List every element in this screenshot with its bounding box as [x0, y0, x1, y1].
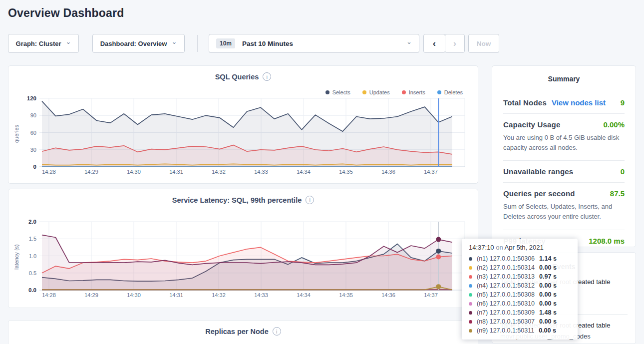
info-icon[interactable]: i: [263, 72, 271, 81]
svg-text:14:36: 14:36: [381, 292, 395, 298]
tooltip-row: (n2) 127.0.0.1:503140.00 s: [469, 263, 571, 272]
svg-text:14:33: 14:33: [254, 169, 268, 175]
svg-text:14:34: 14:34: [297, 169, 311, 175]
svg-text:14:35: 14:35: [339, 292, 353, 298]
chevron-left-icon: ‹: [433, 38, 436, 49]
capacity-value: 0.00%: [603, 120, 625, 129]
svg-text:0.5: 0.5: [29, 270, 36, 276]
sql-queries-chart[interactable]: 14:2814:2914:3014:3114:3214:3314:3414:35…: [16, 92, 471, 178]
svg-text:2.0: 2.0: [28, 219, 36, 225]
summary-row-total-nodes: Total Nodes View nodes list 9: [503, 92, 625, 114]
svg-text:14:32: 14:32: [212, 169, 226, 175]
chevron-down-icon: ⌄: [406, 40, 412, 44]
tooltip-row: (n5) 127.0.0.1:503080.00 s: [469, 290, 571, 299]
info-icon[interactable]: i: [273, 327, 281, 336]
node-dot-icon: [469, 284, 472, 288]
node-dot-icon: [469, 293, 472, 297]
tooltip-timestamp: 14:37:10 on Apr 5th, 2021: [469, 244, 571, 251]
svg-text:14:36: 14:36: [381, 169, 395, 175]
svg-text:14:29: 14:29: [84, 292, 98, 298]
p99-latency-value: 1208.0 ms: [589, 237, 625, 245]
tooltip-row: (n8) 127.0.0.1:503070.00 s: [469, 317, 571, 326]
replicas-per-node-panel: Replicas per Node i: [8, 320, 478, 344]
svg-text:14:37: 14:37: [424, 292, 438, 298]
time-range-picker[interactable]: 10m Past 10 Minutes ⌄: [209, 34, 419, 53]
next-range-button[interactable]: ›: [445, 34, 465, 53]
service-latency-panel: Service Latency: SQL, 99th percentile i …: [8, 189, 478, 308]
svg-text:14:34: 14:34: [297, 292, 311, 298]
summary-title: Summary: [503, 75, 625, 83]
total-nodes-value: 9: [621, 98, 625, 107]
prev-range-button[interactable]: ‹: [423, 34, 445, 53]
svg-text:1.5: 1.5: [29, 236, 36, 242]
replicas-chart-title: Replicas per Node: [205, 328, 269, 336]
svg-text:14:30: 14:30: [127, 292, 141, 298]
page-title: Overview Dashboard: [8, 6, 124, 20]
sql-queries-chart-title: SQL Queries: [215, 73, 259, 81]
summary-row-capacity: Capacity Usage 0.00% You are using 0 B o…: [503, 114, 625, 161]
tooltip-row: (n9) 127.0.0.1:503110.00 s: [469, 326, 571, 335]
time-range-badge: 10m: [216, 38, 235, 48]
svg-text:120: 120: [27, 95, 36, 101]
view-nodes-list-link[interactable]: View nodes list: [552, 98, 606, 107]
chevron-down-icon: ⌄: [66, 40, 71, 44]
tooltip-row: (n4) 127.0.0.1:503120.00 s: [469, 281, 571, 290]
svg-text:14:37: 14:37: [424, 169, 438, 175]
qps-value: 87.5: [610, 189, 625, 198]
node-dot-icon: [469, 266, 472, 270]
info-icon[interactable]: i: [306, 196, 314, 204]
chevron-right-icon: ›: [453, 38, 456, 49]
node-dot-icon: [469, 302, 472, 306]
svg-text:14:31: 14:31: [169, 292, 183, 298]
service-latency-chart-title: Service Latency: SQL, 99th percentile: [172, 196, 302, 204]
toolbar-divider: [197, 35, 198, 52]
svg-text:14:32: 14:32: [212, 292, 226, 298]
tooltip-row: (n7) 127.0.0.1:503091.48 s: [469, 308, 571, 317]
svg-text:14:28: 14:28: [42, 169, 56, 175]
svg-text:0.0: 0.0: [28, 287, 36, 293]
node-dot-icon: [469, 320, 472, 324]
qps-desc: Sum of Selects, Updates, Inserts, and De…: [503, 202, 625, 222]
time-range-label: Past 10 Minutes: [242, 40, 293, 47]
svg-text:14:35: 14:35: [339, 169, 353, 175]
svg-text:14:29: 14:29: [84, 169, 98, 175]
svg-text:14:28: 14:28: [42, 292, 56, 298]
node-dot-icon: [469, 311, 472, 315]
tooltip-row: (n1) 127.0.0.1:503061.14 s: [469, 254, 571, 263]
graph-dropdown[interactable]: Graph: Cluster ⌄: [8, 34, 79, 53]
chart-tooltip: 14:37:10 on Apr 5th, 2021 (n1) 127.0.0.1…: [462, 239, 578, 340]
sql-queries-panel: SQL Queries i Selects Updates Inserts De…: [8, 65, 478, 184]
svg-text:1.0: 1.0: [29, 253, 36, 259]
chevron-down-icon: ⌄: [171, 40, 177, 44]
graph-dropdown-label: Graph: Cluster: [16, 40, 61, 47]
node-dot-icon: [469, 257, 472, 261]
node-dot-icon: [469, 275, 472, 279]
summary-panel: Summary Total Nodes View nodes list 9 Ca…: [492, 65, 636, 247]
summary-row-qps: Queries per second 87.5 Sum of Selects, …: [503, 183, 625, 230]
svg-text:14:30: 14:30: [127, 169, 141, 175]
now-button[interactable]: Now: [468, 34, 499, 53]
capacity-label: Capacity Usage: [503, 120, 561, 129]
svg-text:90: 90: [30, 112, 36, 118]
svg-text:14:31: 14:31: [169, 169, 183, 175]
svg-text:60: 60: [30, 130, 36, 136]
dashboard-dropdown[interactable]: Dashboard: Overview ⌄: [92, 34, 185, 53]
dashboard-dropdown-label: Dashboard: Overview: [100, 40, 167, 47]
unavailable-ranges-label: Unavailable ranges: [503, 167, 573, 176]
tooltip-row: (n3) 127.0.0.1:503130.97 s: [469, 272, 571, 281]
capacity-desc: You are using 0 B of 4.5 GiB usable disk…: [503, 133, 625, 153]
qps-label: Queries per second: [503, 189, 575, 198]
node-dot-icon: [469, 329, 472, 333]
unavailable-ranges-value: 0: [621, 167, 625, 176]
summary-row-unavailable: Unavailable ranges 0: [503, 161, 625, 183]
tooltip-row: (n6) 127.0.0.1:503100.00 s: [469, 299, 571, 308]
total-nodes-label: Total Nodes: [503, 98, 547, 107]
svg-text:30: 30: [30, 147, 36, 153]
svg-text:14:33: 14:33: [254, 292, 268, 298]
svg-text:0: 0: [33, 164, 36, 170]
service-latency-chart[interactable]: 14:2814:2914:3014:3114:3214:3314:3414:35…: [16, 215, 471, 301]
